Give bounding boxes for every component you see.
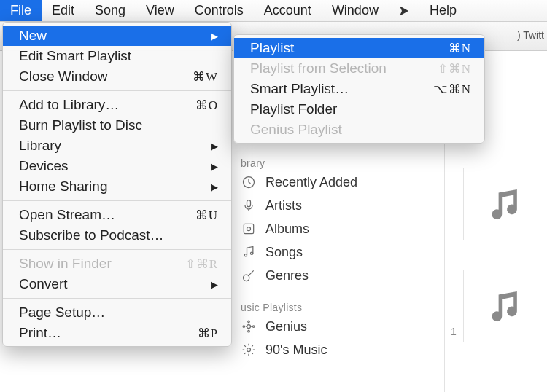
menu-item-label: Show in Finder xyxy=(19,256,112,272)
file-print[interactable]: Print… ⌘P xyxy=(3,323,231,343)
clock-icon xyxy=(241,174,257,190)
sidebar-item-label: Artists xyxy=(265,198,302,213)
album-thumbnail[interactable]: 1 xyxy=(463,270,543,342)
svg-point-12 xyxy=(247,348,251,352)
separator xyxy=(3,200,231,201)
svg-rect-1 xyxy=(247,200,251,207)
file-burn-playlist[interactable]: Burn Playlist to Disc xyxy=(3,115,231,136)
track-number: 1 xyxy=(451,326,457,337)
sidebar-item-label: Recently Added xyxy=(265,175,357,190)
album-icon xyxy=(241,221,257,237)
menu-item-label: Playlist Folder xyxy=(250,101,337,117)
shortcut: ⇧⌘R xyxy=(185,256,218,272)
menu-item-label: Page Setup… xyxy=(19,305,105,321)
menu-edit[interactable]: Edit xyxy=(42,0,85,21)
gear-icon xyxy=(241,342,257,358)
album-thumbnail[interactable] xyxy=(463,168,543,240)
svg-point-4 xyxy=(244,254,247,256)
separator xyxy=(3,249,231,250)
file-home-sharing[interactable]: Home Sharing ▶ xyxy=(3,176,231,197)
submenu-arrow-icon: ▶ xyxy=(211,141,218,152)
new-playlist[interactable]: Playlist ⌘N xyxy=(234,38,484,58)
svg-point-9 xyxy=(248,330,250,332)
new-submenu: Playlist ⌘N Playlist from Selection ⇧⌘N … xyxy=(233,34,485,144)
music-note-icon xyxy=(484,286,524,326)
separator xyxy=(3,298,231,299)
shortcut: ⌘W xyxy=(193,69,218,85)
new-playlist-folder[interactable]: Playlist Folder xyxy=(234,99,484,119)
file-library[interactable]: Library ▶ xyxy=(3,136,231,156)
new-genius-playlist: Genius Playlist xyxy=(234,119,484,140)
truncated-text: ) Twitt xyxy=(517,29,544,41)
submenu-arrow-icon: ▶ xyxy=(211,279,218,290)
file-edit-smart-playlist[interactable]: Edit Smart Playlist xyxy=(3,46,231,66)
file-page-setup[interactable]: Page Setup… xyxy=(3,302,231,323)
sidebar-item-label: 90's Music xyxy=(265,342,327,358)
menu-item-label: Add to Library… xyxy=(19,97,119,113)
file-close-window[interactable]: Close Window ⌘W xyxy=(3,66,231,87)
menu-item-label: Subscribe to Podcast… xyxy=(19,227,164,243)
album-grid: 1 xyxy=(459,160,547,372)
shortcut: ⌥⌘N xyxy=(433,82,471,97)
menubar: File Edit Song View Controls Account Win… xyxy=(0,0,547,22)
menu-item-label: Print… xyxy=(19,325,61,341)
menu-item-label: Playlist from Selection xyxy=(250,60,387,77)
svg-point-5 xyxy=(251,252,253,254)
menu-window[interactable]: Window xyxy=(322,0,389,21)
sidebar-item-label: Genius xyxy=(265,319,307,334)
notification-center-icon[interactable] xyxy=(389,0,419,21)
menu-item-label: Library xyxy=(19,138,61,154)
menu-file[interactable]: File xyxy=(0,0,42,21)
menu-help[interactable]: Help xyxy=(419,0,467,21)
menu-item-label: Smart Playlist… xyxy=(250,81,349,97)
shortcut: ⌘O xyxy=(195,98,218,113)
file-new[interactable]: New ▶ xyxy=(3,26,231,46)
shortcut: ⌘U xyxy=(195,208,218,223)
menu-view[interactable]: View xyxy=(136,0,185,21)
svg-point-3 xyxy=(247,227,251,231)
new-smart-playlist[interactable]: Smart Playlist… ⌥⌘N xyxy=(234,79,484,99)
microphone-icon xyxy=(241,197,257,213)
svg-point-7 xyxy=(247,325,251,329)
genius-icon xyxy=(241,318,257,334)
menu-item-label: Genius Playlist xyxy=(250,122,342,138)
menu-item-label: Devices xyxy=(19,158,69,174)
separator xyxy=(3,90,231,91)
new-playlist-from-selection: Playlist from Selection ⇧⌘N xyxy=(234,58,484,79)
file-show-in-finder: Show in Finder ⇧⌘R xyxy=(3,254,231,274)
menu-item-label: Open Stream… xyxy=(19,207,115,223)
guitar-icon xyxy=(241,267,257,283)
menu-song[interactable]: Song xyxy=(85,0,136,21)
menu-item-label: Edit Smart Playlist xyxy=(19,48,131,64)
menu-item-label: Home Sharing xyxy=(19,179,107,195)
submenu-arrow-icon: ▶ xyxy=(211,161,218,172)
music-note-icon xyxy=(241,244,257,260)
sidebar-item-label: Songs xyxy=(265,245,303,260)
music-note-icon xyxy=(484,184,524,224)
submenu-arrow-icon: ▶ xyxy=(211,31,218,42)
sidebar-item-label: Albums xyxy=(265,222,309,237)
file-open-stream[interactable]: Open Stream… ⌘U xyxy=(3,205,231,225)
menu-item-label: Convert xyxy=(19,276,68,292)
menu-item-label: Close Window xyxy=(19,68,107,85)
file-subscribe-podcast[interactable]: Subscribe to Podcast… xyxy=(3,225,231,246)
shortcut: ⌘N xyxy=(449,41,471,56)
svg-point-11 xyxy=(252,326,255,328)
file-dropdown: New ▶ Edit Smart Playlist Close Window ⌘… xyxy=(2,22,232,347)
file-add-to-library[interactable]: Add to Library… ⌘O xyxy=(3,95,231,115)
svg-point-10 xyxy=(243,326,245,328)
svg-rect-2 xyxy=(244,224,253,233)
menu-item-label: New xyxy=(19,28,47,44)
menu-item-label: Burn Playlist to Disc xyxy=(19,117,142,133)
menu-account[interactable]: Account xyxy=(254,0,322,21)
file-devices[interactable]: Devices ▶ xyxy=(3,156,231,176)
sidebar-item-label: Genres xyxy=(265,268,309,283)
submenu-arrow-icon: ▶ xyxy=(211,181,218,192)
shortcut: ⌘P xyxy=(198,326,218,341)
menu-item-label: Playlist xyxy=(250,40,294,56)
svg-point-8 xyxy=(248,321,250,323)
shortcut: ⇧⌘N xyxy=(438,61,471,77)
file-convert[interactable]: Convert ▶ xyxy=(3,274,231,294)
menu-controls[interactable]: Controls xyxy=(185,0,254,21)
